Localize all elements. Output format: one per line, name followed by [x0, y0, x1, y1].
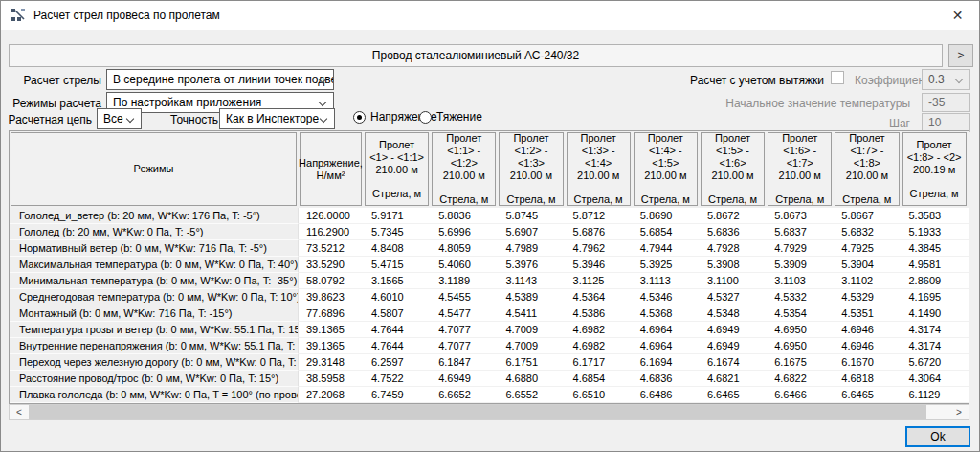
sag-cell[interactable]: 6.6465 — [700, 387, 767, 403]
sag-cell[interactable]: 5.8836 — [431, 208, 498, 224]
sag-cell[interactable]: 4.7644 — [364, 338, 431, 354]
sag-cell[interactable]: 4.1695 — [902, 289, 969, 305]
sag-cell[interactable]: 4.7077 — [431, 338, 498, 354]
sag-cell[interactable]: 6.1847 — [431, 354, 498, 371]
sag-cell[interactable]: 6.1129 — [902, 387, 969, 403]
sag-cell[interactable]: 5.6720 — [902, 354, 969, 371]
sag-cell[interactable]: 5.8673 — [767, 208, 834, 224]
sag-cell[interactable]: 5.3908 — [700, 257, 767, 273]
sag-cell[interactable]: 6.1694 — [633, 354, 700, 371]
sag-cell[interactable]: 6.7459 — [364, 387, 431, 403]
calc-chain-combobox[interactable]: Все — [97, 108, 142, 129]
sag-cell[interactable]: 4.6946 — [834, 322, 901, 338]
sag-cell[interactable]: 5.3925 — [633, 257, 700, 273]
table-row[interactable]: Температура грозы и ветер (b: 0 мм, W*Kw… — [10, 322, 969, 338]
sag-cell[interactable]: 5.6907 — [498, 224, 565, 240]
sag-cell[interactable]: 3.1125 — [566, 273, 633, 289]
sag-cell[interactable]: 4.6010 — [364, 289, 431, 305]
sag-cell[interactable]: 5.1933 — [902, 224, 969, 240]
sag-cell[interactable]: 4.1490 — [902, 305, 969, 322]
sag-cell[interactable]: 5.6854 — [633, 224, 700, 240]
mode-cell[interactable]: Нормативный ветер (b: 0 мм, W*Kw: 716 Па… — [10, 240, 299, 257]
sag-cell[interactable]: 6.6465 — [834, 387, 901, 403]
sag-cell[interactable]: 4.5329 — [834, 289, 901, 305]
sag-cell[interactable]: 4.7522 — [364, 371, 431, 387]
sag-cell[interactable]: 3.1100 — [700, 273, 767, 289]
sag-cell[interactable]: 4.5368 — [633, 305, 700, 322]
sag-cell[interactable]: 4.9581 — [902, 257, 969, 273]
sag-cell[interactable]: 4.5455 — [431, 289, 498, 305]
stress-cell[interactable]: 39.1365 — [299, 338, 364, 354]
table-row[interactable]: Гололед_и_ветер (b: 20 мм, W*Kw: 176 Па,… — [10, 208, 969, 224]
mode-cell[interactable]: Среднегодовая температура (b: 0 мм, W*Kw… — [10, 289, 299, 305]
scrollbar-thumb[interactable] — [29, 405, 926, 419]
sag-cell[interactable]: 4.6822 — [767, 371, 834, 387]
sag-cell[interactable]: 4.7077 — [431, 322, 498, 338]
sag-cell[interactable]: 4.6964 — [633, 338, 700, 354]
sag-cell[interactable]: 3.1103 — [767, 273, 834, 289]
sag-cell[interactable]: 6.1717 — [566, 354, 633, 371]
stress-cell[interactable]: 39.1365 — [299, 322, 364, 338]
mode-cell[interactable]: Плавка гололеда (b: 0 мм, W*Kw: 0 Па, T … — [10, 387, 299, 403]
table-row[interactable]: Максимальная температура (b: 0 мм, W*Kw:… — [10, 257, 969, 273]
sag-cell[interactable]: 5.3909 — [767, 257, 834, 273]
scrollbar-track[interactable] — [926, 405, 949, 419]
stress-cell[interactable]: 116.2900 — [299, 224, 364, 240]
mode-cell[interactable]: Внутренние перенапряжения (b: 0 мм, W*Kw… — [10, 338, 299, 354]
mode-cell[interactable]: Максимальная температура (b: 0 мм, W*Kw:… — [10, 257, 299, 273]
sag-cell[interactable]: 4.3174 — [902, 338, 969, 354]
sag-cell[interactable]: 4.7944 — [633, 240, 700, 257]
sag-cell[interactable]: 4.6836 — [633, 371, 700, 387]
sag-cell[interactable]: 4.8408 — [364, 240, 431, 257]
sag-cell[interactable]: 3.1113 — [633, 273, 700, 289]
mode-cell[interactable]: Переход через железную дорогу (b: 0 мм, … — [10, 354, 299, 371]
sag-cell[interactable]: 5.3904 — [834, 257, 901, 273]
table-row[interactable]: Плавка гололеда (b: 0 мм, W*Kw: 0 Па, T … — [10, 387, 969, 403]
sag-cell[interactable]: 5.4715 — [364, 257, 431, 273]
mode-cell[interactable]: Расстояние провод/трос (b: 0 мм, W*Kw: 0… — [10, 371, 299, 387]
sag-cell[interactable]: 4.5332 — [767, 289, 834, 305]
sag-cell[interactable]: 4.5389 — [498, 289, 565, 305]
sag-cell[interactable]: 4.5386 — [566, 305, 633, 322]
sag-cell[interactable]: 3.1143 — [498, 273, 565, 289]
sag-cell[interactable]: 6.1675 — [767, 354, 834, 371]
scroll-left-icon[interactable]: < — [10, 405, 29, 419]
sag-cell[interactable]: 4.3064 — [902, 371, 969, 387]
sag-cell[interactable]: 4.6949 — [700, 322, 767, 338]
table-row[interactable]: Нормативный ветер (b: 0 мм, W*Kw: 716 Па… — [10, 240, 969, 257]
sag-cell[interactable]: 5.8667 — [834, 208, 901, 224]
sag-cell[interactable]: 6.6552 — [498, 387, 565, 403]
initial-temp-field[interactable]: -35 — [922, 93, 970, 112]
sag-cell[interactable]: 4.6949 — [700, 338, 767, 354]
sag-cell[interactable]: 5.6832 — [834, 224, 901, 240]
mode-cell[interactable]: Минимальная температура (b: 0 мм, W*Kw: … — [10, 273, 299, 289]
horizontal-scrollbar[interactable]: < > — [9, 404, 969, 420]
stress-cell[interactable]: 73.5212 — [299, 240, 364, 257]
sag-cell[interactable]: 4.5364 — [566, 289, 633, 305]
ok-button[interactable]: Ok — [905, 426, 970, 447]
mode-cell[interactable]: Температура грозы и ветер (b: 0 мм, W*Kw… — [10, 322, 299, 338]
sag-cell[interactable]: 4.5354 — [767, 305, 834, 322]
tension-radio[interactable]: Тяжение — [419, 109, 482, 124]
sag-cell[interactable]: 4.7009 — [498, 338, 565, 354]
stress-cell[interactable]: 77.6896 — [299, 305, 364, 322]
sag-cell[interactable]: 5.6876 — [566, 224, 633, 240]
sag-cell[interactable]: 6.1751 — [498, 354, 565, 371]
sag-calc-combobox[interactable]: В середине пролета от линии точек подвес… — [106, 69, 334, 90]
sag-cell[interactable]: 4.5477 — [431, 305, 498, 322]
sag-cell[interactable]: 6.6486 — [633, 387, 700, 403]
sag-cell[interactable]: 5.6996 — [431, 224, 498, 240]
table-row[interactable]: Расстояние провод/трос (b: 0 мм, W*Kw: 0… — [10, 371, 969, 387]
next-conductor-button[interactable]: > — [948, 44, 973, 67]
stress-cell[interactable]: 39.8623 — [299, 289, 364, 305]
mode-cell[interactable]: Монтажный (b: 0 мм, W*Kw: 716 Па, T: -15… — [10, 305, 299, 322]
sag-cell[interactable]: 4.5327 — [700, 289, 767, 305]
sag-cell[interactable]: 5.9171 — [364, 208, 431, 224]
sag-cell[interactable]: 6.1674 — [700, 354, 767, 371]
stress-cell[interactable]: 33.5290 — [299, 257, 364, 273]
mode-cell[interactable]: Гололед (b: 20 мм, W*Kw: 0 Па, T: -5°) — [10, 224, 299, 240]
stress-cell[interactable]: 27.2068 — [299, 387, 364, 403]
sag-cell[interactable]: 4.3845 — [902, 240, 969, 257]
sag-cell[interactable]: 6.1670 — [834, 354, 901, 371]
step-field[interactable]: 10 — [922, 113, 970, 132]
